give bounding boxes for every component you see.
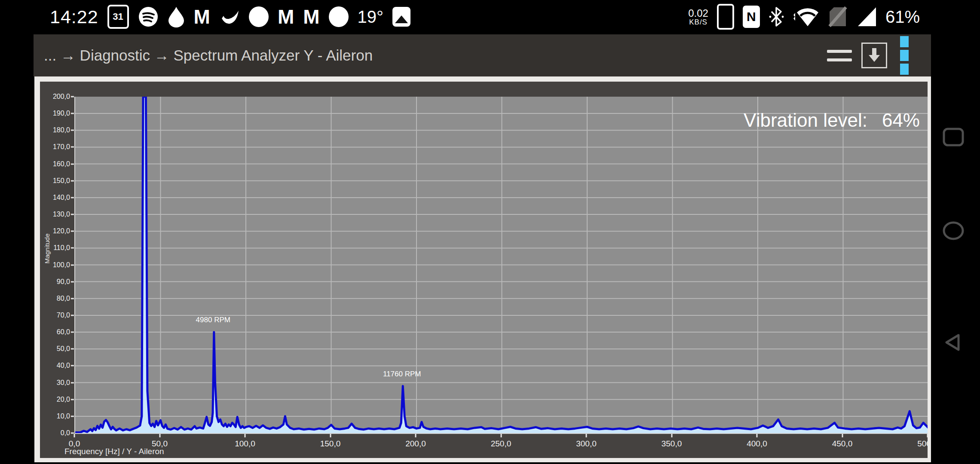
back-button[interactable] <box>942 333 965 354</box>
y-axis-tick-label: 130,0 <box>40 211 70 218</box>
y-axis-tick-label: 50,0 <box>40 345 70 353</box>
x-axis-tick-label: 300,0 <box>576 439 597 449</box>
y-axis-tick-mark <box>71 180 74 181</box>
chart-panel: Magnitude Frequency [Hz] / Y - Aileron V… <box>34 76 931 462</box>
download-icon[interactable] <box>861 43 887 68</box>
y-axis-tick-label: 200,0 <box>40 93 70 101</box>
calendar-day-text: 31 <box>113 11 123 22</box>
y-axis-tick-label: 120,0 <box>40 227 70 235</box>
gallery-icon <box>392 7 410 27</box>
y-axis-tick-label: 60,0 <box>40 328 70 336</box>
y-axis-tick-label: 70,0 <box>40 311 70 319</box>
y-axis-tick-mark <box>71 96 74 98</box>
y-axis-tick-label: 30,0 <box>40 379 70 387</box>
y-axis-tick-mark <box>71 348 74 350</box>
spectrum-plot[interactable]: Vibration level:64% <box>74 97 928 434</box>
circle-app-icon <box>249 6 269 27</box>
y-axis-tick-mark <box>71 314 74 316</box>
x-axis-tick-mark <box>245 434 246 437</box>
no-sim-icon <box>828 6 848 28</box>
y-axis-tick-label: 100,0 <box>40 261 70 269</box>
android-nav-bar <box>931 34 980 464</box>
y-axis-tick-mark <box>71 113 74 114</box>
nfc-icon: N <box>743 6 760 28</box>
y-axis-tick-label: 0,0 <box>40 429 70 437</box>
y-axis-tick-label: 170,0 <box>40 143 70 151</box>
breadcrumb[interactable]: ... → Diagnostic → Spectrum Analyzer Y -… <box>44 47 373 64</box>
y-axis-tick-mark <box>71 163 74 165</box>
m-app-icon-2: M <box>303 7 319 27</box>
x-axis-tick-mark <box>500 434 502 437</box>
y-axis-tick-mark <box>71 231 74 232</box>
y-axis-tick-mark <box>71 382 74 383</box>
home-button[interactable] <box>942 221 965 242</box>
x-axis-tick-label: 100,0 <box>235 439 255 449</box>
wifi-icon <box>793 6 819 28</box>
y-axis-tick-mark <box>71 298 74 299</box>
x-axis-tick-label: 400,0 <box>747 439 767 449</box>
y-axis-tick-label: 160,0 <box>40 160 70 168</box>
y-axis-tick-mark <box>71 264 74 266</box>
x-axis-tick-label: 150,0 <box>320 439 341 449</box>
phone-mode-icon <box>717 4 734 30</box>
x-axis-tick-mark <box>842 434 843 437</box>
water-drop-icon <box>168 6 185 27</box>
spotify-icon <box>138 6 159 27</box>
y-axis-tick-label: 150,0 <box>40 177 70 185</box>
x-axis-tick-mark <box>159 434 160 437</box>
nfc-letter: N <box>747 9 756 24</box>
y-axis-tick-label: 40,0 <box>40 362 70 369</box>
battery-percent-text: 61% <box>885 7 920 27</box>
rpm-annotation: 11760 RPM <box>383 370 421 379</box>
status-right-cluster: 0.02 KB/S N 61% <box>688 3 920 31</box>
y-axis-tick-mark <box>71 332 74 333</box>
menu-icon[interactable] <box>827 50 852 61</box>
x-axis-tick-mark <box>927 434 928 437</box>
bluetooth-icon <box>769 6 784 28</box>
y-axis-tick-mark <box>71 247 74 249</box>
y-axis-tick-mark <box>71 415 74 417</box>
status-left-cluster: 14:22 31 M M M 19° <box>50 3 410 31</box>
recent-apps-button[interactable] <box>942 127 965 149</box>
x-axis-tick-mark <box>415 434 416 437</box>
status-bar: 14:22 31 M M M 19° 0.02 KB/S N <box>0 0 980 34</box>
x-axis-tick-label: 450,0 <box>832 439 853 449</box>
y-axis-tick-label: 90,0 <box>40 278 70 286</box>
y-axis-tick-label: 140,0 <box>40 194 70 201</box>
rpm-annotation: 4980 RPM <box>196 316 230 324</box>
y-axis-tick-mark <box>71 130 74 131</box>
y-axis-tick-mark <box>71 399 74 400</box>
clock-text: 14:22 <box>50 6 98 27</box>
x-axis-tick-label: 500,0 <box>917 439 928 449</box>
spectrum-trace-svg <box>75 97 928 433</box>
x-axis-tick-label: 50,0 <box>152 439 168 449</box>
x-axis-tick-mark <box>330 434 331 437</box>
weather-temperature-text: 19° <box>358 7 384 27</box>
vibration-level-value: 64% <box>882 110 920 131</box>
signal-strength-icon <box>856 6 877 27</box>
y-axis-tick-mark <box>71 147 74 148</box>
x-axis-tick-label: 0,0 <box>69 439 80 449</box>
y-axis-tick-label: 80,0 <box>40 295 70 302</box>
chart-surround: Magnitude Frequency [Hz] / Y - Aileron V… <box>40 82 928 458</box>
y-axis-tick-label: 180,0 <box>40 126 70 134</box>
x-axis-tick-mark <box>756 434 758 437</box>
x-axis-tick-mark <box>671 434 672 437</box>
x-axis-tick-mark <box>586 434 587 437</box>
network-speed-value: 0.02 <box>688 8 708 18</box>
calendar-icon: 31 <box>107 5 129 29</box>
m-app-icon: M <box>278 7 294 27</box>
y-axis-tick-label: 10,0 <box>40 412 70 420</box>
header-actions <box>827 36 909 75</box>
gmail-icon: M <box>194 7 210 27</box>
app-header: ... → Diagnostic → Spectrum Analyzer Y -… <box>34 34 931 76</box>
connection-level-indicator[interactable] <box>900 36 909 75</box>
circle-app-icon-2 <box>329 6 349 27</box>
plot-gridlines <box>75 97 928 433</box>
y-axis-tick-label: 110,0 <box>40 244 70 252</box>
vibration-level-label: Vibration level: <box>744 110 867 131</box>
x-axis-tick-label: 250,0 <box>491 439 511 449</box>
network-speed-unit: KB/S <box>689 18 707 26</box>
y-axis-tick-mark <box>71 214 74 215</box>
vibration-level-readout: Vibration level:64% <box>744 110 920 131</box>
